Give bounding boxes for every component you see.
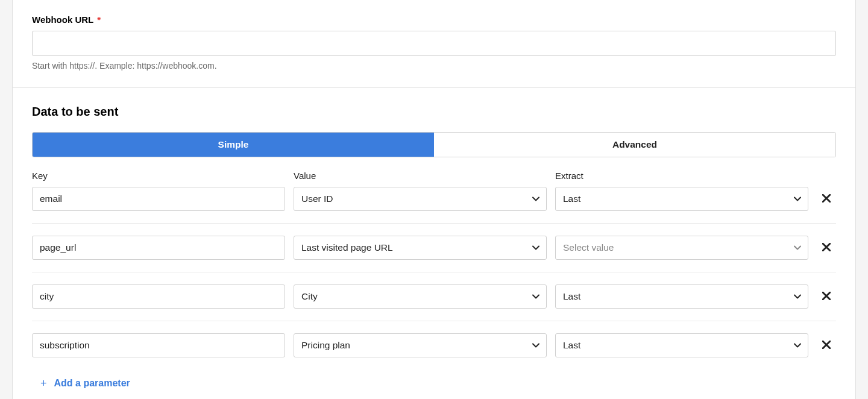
- extract-select[interactable]: Last: [555, 187, 808, 211]
- webhook-section: Webhook URL * Start with https://. Examp…: [13, 0, 855, 88]
- value-select[interactable]: Pricing plan: [294, 333, 547, 357]
- value-select-wrap: Pricing plan: [294, 333, 547, 357]
- add-parameter-button[interactable]: + Add a parameter: [40, 374, 130, 392]
- column-header-key: Key: [32, 171, 285, 181]
- value-select-wrap: City: [294, 284, 547, 309]
- webhook-url-help: Start with https://. Example: https://we…: [32, 61, 836, 71]
- value-select[interactable]: Last visited page URL: [294, 236, 547, 260]
- extract-select[interactable]: Last: [555, 284, 808, 309]
- remove-row-button[interactable]: [817, 336, 836, 355]
- webhook-url-label-text: Webhook URL: [32, 14, 93, 25]
- table-row: Last visited page URL Select value: [32, 236, 836, 272]
- extract-select-wrap: Select value: [555, 236, 808, 260]
- data-section-title: Data to be sent: [32, 105, 836, 119]
- webhook-url-label: Webhook URL *: [32, 14, 836, 25]
- key-input[interactable]: [32, 284, 285, 309]
- required-marker: *: [97, 14, 101, 25]
- value-select[interactable]: City: [294, 284, 547, 309]
- key-input[interactable]: [32, 236, 285, 260]
- parameter-rows: User ID Last Last visited page URL: [32, 187, 836, 374]
- tab-advanced[interactable]: Advanced: [434, 133, 835, 157]
- table-row: User ID Last: [32, 187, 836, 224]
- data-section: Data to be sent Simple Advanced Key Valu…: [13, 88, 855, 399]
- key-input[interactable]: [32, 187, 285, 211]
- form-container: Webhook URL * Start with https://. Examp…: [12, 0, 856, 399]
- remove-row-button[interactable]: [817, 287, 836, 306]
- column-header-value: Value: [294, 171, 547, 181]
- column-header-extract: Extract: [555, 171, 808, 181]
- plus-icon: +: [40, 378, 47, 389]
- extract-select-wrap: Last: [555, 333, 808, 357]
- extract-select[interactable]: Select value: [555, 236, 808, 260]
- remove-row-button[interactable]: [817, 238, 836, 257]
- mode-tabs: Simple Advanced: [32, 132, 836, 157]
- value-select[interactable]: User ID: [294, 187, 547, 211]
- table-row: Pricing plan Last: [32, 333, 836, 369]
- extract-select-wrap: Last: [555, 284, 808, 309]
- extract-select-wrap: Last: [555, 187, 808, 211]
- table-row: City Last: [32, 284, 836, 321]
- webhook-url-input[interactable]: [32, 31, 836, 56]
- key-input[interactable]: [32, 333, 285, 357]
- close-icon: [822, 243, 831, 253]
- extract-select[interactable]: Last: [555, 333, 808, 357]
- value-select-wrap: Last visited page URL: [294, 236, 547, 260]
- close-icon: [822, 194, 831, 204]
- close-icon: [822, 292, 831, 302]
- column-headers: Key Value Extract: [32, 171, 836, 181]
- remove-row-button[interactable]: [817, 189, 836, 209]
- value-select-wrap: User ID: [294, 187, 547, 211]
- add-parameter-label: Add a parameter: [54, 378, 130, 389]
- close-icon: [822, 341, 831, 351]
- tab-simple[interactable]: Simple: [33, 133, 434, 157]
